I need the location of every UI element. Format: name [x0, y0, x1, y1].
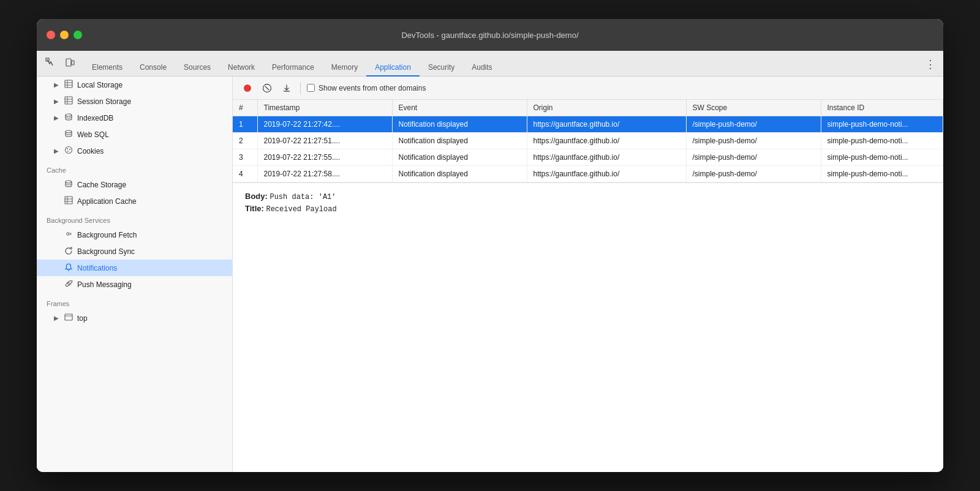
sidebar-item-background-fetch-label: Background Fetch: [77, 231, 137, 239]
cell-timestamp: 2019-07-22 21:27:51....: [257, 133, 392, 149]
main-content: ▶ Local Storage ▶: [37, 77, 943, 472]
table-container: # Timestamp Event Origin SW Scope Instan…: [233, 100, 943, 472]
devtools-window: DevTools - gauntface.github.io/simple-pu…: [37, 19, 943, 472]
expand-arrow-icon: ▶: [54, 315, 60, 321]
sidebar-item-local-storage-label: Local Storage: [77, 81, 123, 89]
cell-event: Notification displayed: [392, 116, 527, 133]
minimize-button[interactable]: [60, 31, 69, 39]
detail-title-value: Received Payload: [266, 205, 336, 214]
svg-rect-3: [65, 80, 72, 88]
detail-body-value: Push data: 'A1': [270, 193, 336, 201]
svg-point-17: [66, 181, 72, 183]
inspector-icon[interactable]: [42, 54, 59, 71]
sidebar-item-web-sql[interactable]: ▶ Web SQL: [37, 126, 232, 143]
clear-button[interactable]: [260, 81, 274, 96]
tab-memory[interactable]: Memory: [323, 59, 366, 77]
svg-point-16: [67, 151, 69, 152]
sidebar-item-background-fetch[interactable]: ▶ Background Fetch: [37, 227, 232, 243]
expand-arrow-icon: ▶: [54, 148, 60, 154]
tab-audits[interactable]: Audits: [463, 59, 500, 77]
sidebar-item-cache-storage[interactable]: ▶ Cache Storage: [37, 176, 232, 193]
notifications-table: # Timestamp Event Origin SW Scope Instan…: [233, 100, 943, 182]
sidebar-item-top-label: top: [77, 314, 88, 323]
cell-num: 1: [233, 116, 257, 133]
tab-sources[interactable]: Sources: [175, 59, 219, 77]
sidebar-item-local-storage[interactable]: ▶ Local Storage: [37, 77, 232, 93]
sidebar-item-cookies-label: Cookies: [77, 147, 104, 156]
svg-point-12: [66, 130, 72, 133]
record-button[interactable]: [240, 81, 255, 96]
tab-elements[interactable]: Elements: [83, 59, 131, 77]
sidebar-item-top[interactable]: ▶ top: [37, 310, 232, 326]
sidebar-item-session-storage[interactable]: ▶ Session Storage: [37, 93, 232, 110]
svg-point-14: [67, 148, 68, 149]
maximize-button[interactable]: [74, 31, 82, 39]
window-title: DevTools - gauntface.github.io/simple-pu…: [401, 31, 578, 40]
more-tabs-icon[interactable]: ⋮: [925, 58, 938, 76]
sidebar-item-push-messaging-label: Push Messaging: [77, 280, 132, 289]
svg-rect-18: [65, 197, 72, 204]
sidebar-item-notifications[interactable]: ▶ Notifications: [37, 260, 232, 276]
save-button[interactable]: [279, 81, 294, 96]
cell-instance-id: simple-push-demo-noti...: [821, 116, 943, 133]
table-row[interactable]: 22019-07-22 21:27:51....Notification dis…: [233, 133, 943, 149]
tab-security[interactable]: Security: [420, 59, 463, 77]
sidebar-item-indexeddb-label: IndexedDB: [77, 114, 113, 122]
col-header-timestamp: Timestamp: [257, 100, 392, 116]
sidebar-item-indexeddb[interactable]: ▶ IndexedDB: [37, 110, 232, 126]
col-header-event: Event: [392, 100, 527, 116]
traffic-lights: [47, 31, 82, 39]
sidebar-item-application-cache[interactable]: ▶ Application Cache: [37, 193, 232, 209]
cell-origin: https://gauntface.github.io/: [527, 166, 686, 182]
detail-title-line: Title: Received Payload: [245, 204, 931, 214]
table-row[interactable]: 42019-07-22 21:27:58....Notification dis…: [233, 166, 943, 182]
cell-timestamp: 2019-07-22 21:27:42....: [257, 116, 392, 133]
devtools-tools: [42, 54, 78, 76]
titlebar: DevTools - gauntface.github.io/simple-pu…: [37, 19, 943, 51]
background-services-section-label: Background Services: [37, 209, 232, 227]
detail-panel: Body: Push data: 'A1' Title: Received Pa…: [233, 182, 943, 231]
tab-performance[interactable]: Performance: [263, 59, 323, 77]
sidebar-item-background-sync[interactable]: ▶ Background Sync: [37, 243, 232, 260]
tab-network[interactable]: Network: [219, 59, 263, 77]
cell-origin: https://gauntface.github.io/: [527, 116, 686, 133]
web-sql-icon: [64, 129, 74, 140]
detail-body-line: Body: Push data: 'A1': [245, 192, 931, 201]
cell-instance-id: simple-push-demo-noti...: [821, 166, 943, 182]
svg-point-25: [244, 84, 251, 92]
sidebar-item-cache-storage-label: Cache Storage: [77, 181, 126, 189]
svg-point-15: [69, 149, 70, 150]
sidebar-item-cookies[interactable]: ▶ Cookies: [37, 143, 232, 159]
svg-point-22: [68, 283, 70, 285]
cell-sw-scope: /simple-push-demo/: [686, 133, 821, 149]
cell-sw-scope: /simple-push-demo/: [686, 149, 821, 166]
toolbar-divider: [300, 82, 301, 94]
cell-event: Notification displayed: [392, 133, 527, 149]
sidebar-item-push-messaging[interactable]: ▶ Push Messaging: [37, 276, 232, 293]
table-row[interactable]: 12019-07-22 21:27:42....Notification dis…: [233, 116, 943, 133]
tab-console[interactable]: Console: [131, 59, 175, 77]
cell-origin: https://gauntface.github.io/: [527, 149, 686, 166]
col-header-sw-scope: SW Scope: [686, 100, 821, 116]
cell-sw-scope: /simple-push-demo/: [686, 116, 821, 133]
device-icon[interactable]: [61, 54, 78, 71]
sidebar-item-session-storage-label: Session Storage: [77, 97, 131, 106]
frame-icon: [64, 313, 74, 323]
tab-application[interactable]: Application: [366, 59, 420, 77]
cell-origin: https://gauntface.github.io/: [527, 133, 686, 149]
show-other-domains-checkbox[interactable]: [307, 84, 315, 92]
cache-section-label: Cache: [37, 159, 232, 176]
col-header-instance-id: Instance ID: [821, 100, 943, 116]
indexeddb-icon: [64, 113, 74, 123]
show-other-domains-toggle[interactable]: Show events from other domains: [307, 84, 426, 92]
close-button[interactable]: [47, 31, 55, 39]
cell-event: Notification displayed: [392, 166, 527, 182]
svg-rect-1: [66, 59, 71, 66]
table-row[interactable]: 32019-07-22 21:27:55....Notification dis…: [233, 149, 943, 166]
frames-section-label: Frames: [37, 293, 232, 310]
application-cache-icon: [64, 196, 74, 206]
cell-sw-scope: /simple-push-demo/: [686, 166, 821, 182]
panel-toolbar: Show events from other domains: [233, 77, 943, 100]
local-storage-icon: [64, 80, 74, 90]
session-storage-icon: [64, 96, 74, 107]
